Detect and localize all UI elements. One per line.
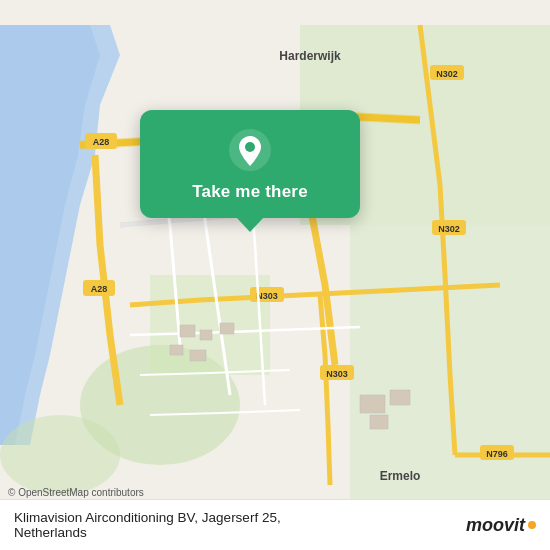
take-me-there-button[interactable]: Take me there — [192, 182, 308, 202]
svg-text:A28: A28 — [93, 137, 110, 147]
svg-text:Harderwijk: Harderwijk — [279, 49, 341, 63]
moovit-logo-text: moovit — [466, 515, 525, 536]
svg-rect-28 — [190, 350, 206, 361]
svg-text:A28: A28 — [91, 284, 108, 294]
svg-rect-30 — [390, 390, 410, 405]
svg-rect-31 — [370, 415, 388, 429]
svg-text:N302: N302 — [436, 69, 458, 79]
location-pin-icon — [228, 128, 272, 172]
svg-rect-27 — [170, 345, 183, 355]
moovit-logo: moovit — [466, 515, 536, 536]
svg-rect-25 — [200, 330, 212, 340]
location-info: Klimavision Airconditioning BV, Jagerser… — [14, 510, 456, 540]
svg-text:N303: N303 — [326, 369, 348, 379]
svg-point-33 — [245, 142, 255, 152]
location-name-text: Klimavision Airconditioning BV, Jagerser… — [14, 510, 281, 525]
svg-rect-24 — [180, 325, 195, 337]
svg-rect-29 — [360, 395, 385, 413]
location-name: Klimavision Airconditioning BV, Jagerser… — [14, 510, 456, 540]
svg-rect-26 — [220, 323, 234, 334]
popup-card[interactable]: Take me there — [140, 110, 360, 218]
bottom-bar: Klimavision Airconditioning BV, Jagerser… — [0, 499, 550, 550]
svg-point-4 — [0, 415, 120, 495]
moovit-logo-dot — [528, 521, 536, 529]
svg-text:N302: N302 — [438, 224, 460, 234]
svg-text:Ermelo: Ermelo — [380, 469, 421, 483]
map-background: A28 A28 A28 N302 N302 N303 N303 N796 — [0, 0, 550, 550]
svg-text:N796: N796 — [486, 449, 508, 459]
map-container: A28 A28 A28 N302 N302 N303 N303 N796 — [0, 0, 550, 550]
copyright-text: © OpenStreetMap contributors — [8, 487, 144, 498]
location-country-text: Netherlands — [14, 525, 87, 540]
